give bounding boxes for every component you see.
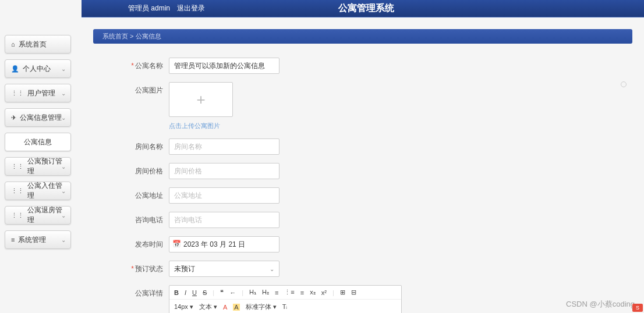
top-header: 管理员 admin 退出登录 公寓管理系统 xyxy=(82,0,644,17)
row-apt-name: *公寓名称 xyxy=(128,58,501,74)
row-book-status: *预订状态 未预订 ⌄ xyxy=(128,261,501,277)
sidebar-item-checkin[interactable]: ⋮⋮ 公寓入住管理 ⌄ xyxy=(5,182,71,200)
list-ol-icon[interactable]: ≡ xyxy=(275,289,278,296)
apt-name-input[interactable] xyxy=(169,58,279,74)
h2-icon[interactable]: H₂ xyxy=(262,289,269,296)
label-apt-addr: 公寓地址 xyxy=(128,187,169,201)
form: *公寓名称 公寓图片 + 点击上传公寓图片 房间名称 房间价格 公寓地址 xyxy=(93,58,501,313)
texttype-select[interactable]: 文本 ▾ xyxy=(199,303,217,311)
upload-image-box[interactable]: + xyxy=(169,82,233,117)
label-room-price: 房间价格 xyxy=(128,163,169,176)
clear-format-icon[interactable]: Tᵢ xyxy=(282,303,288,311)
bold-icon[interactable]: B xyxy=(174,289,179,296)
italic-icon[interactable]: I xyxy=(185,289,186,296)
label-pub-date: 发布时间 xyxy=(128,236,169,250)
grid-icon: ⋮⋮ xyxy=(11,212,24,219)
admin-label: 管理员 admin xyxy=(128,3,170,13)
label-room-name: 房间名称 xyxy=(128,138,169,152)
subscript-icon[interactable]: x₂ xyxy=(310,289,316,296)
sidebar-label: 用户管理 xyxy=(27,88,55,98)
ime-icon: S xyxy=(632,304,643,312)
row-detail: 公寓详情 B I U S | ❝ ← | H₁ H₂ ≡ ⋮≡ ≡ x₂ xyxy=(128,285,501,313)
chevron-down-icon: ⌄ xyxy=(270,266,274,272)
watermark: CSDN @小蔡coding xyxy=(566,299,635,310)
editor-toolbar: B I U S | ❝ ← | H₁ H₂ ≡ ⋮≡ ≡ x₂ x² | ⊞ xyxy=(169,286,401,300)
editor-toolbar-2: 14px ▾ 文本 ▾ A A 标准字体 ▾ Tᵢ xyxy=(169,300,401,313)
app-title: 公寓管理系统 xyxy=(205,2,632,15)
undo-icon[interactable]: ← xyxy=(229,289,236,296)
row-room-name: 房间名称 xyxy=(128,138,501,155)
sidebar-label: 公寓信息 xyxy=(24,137,52,147)
book-status-select[interactable]: 未预订 ⌄ xyxy=(169,261,279,277)
list-ul-icon[interactable]: ⋮≡ xyxy=(284,289,294,296)
fontsize-select[interactable]: 14px ▾ xyxy=(174,303,193,311)
sidebar-item-apartment-info-mgr[interactable]: ✈ 公寓信息管理 ⌄ xyxy=(5,108,71,127)
grid-icon: ⋮⋮ xyxy=(11,90,24,97)
indent-icon[interactable]: ⊞ xyxy=(340,289,345,296)
room-name-input[interactable] xyxy=(169,138,279,155)
align-icon[interactable]: ≡ xyxy=(300,289,304,296)
sidebar-item-home[interactable]: ⌂ 系统首页 xyxy=(5,35,71,54)
grid-icon: ⋮⋮ xyxy=(11,187,24,195)
chevron-down-icon: ⌄ xyxy=(61,66,66,72)
pub-date-input[interactable] xyxy=(169,236,279,252)
sidebar-label: 公寓退房管理 xyxy=(27,205,65,225)
menu-icon: ≡ xyxy=(11,236,15,243)
room-price-input[interactable] xyxy=(169,163,279,179)
row-apt-addr: 公寓地址 xyxy=(128,187,501,204)
plus-icon: + xyxy=(196,91,205,109)
sidebar-item-users[interactable]: ⋮⋮ 用户管理 ⌄ xyxy=(5,84,71,102)
h1-icon[interactable]: H₁ xyxy=(249,289,256,296)
quote-icon[interactable]: ❝ xyxy=(220,289,224,296)
chevron-down-icon: ⌄ xyxy=(61,237,66,243)
bgcolor-icon[interactable]: A xyxy=(233,304,239,311)
phone-input[interactable] xyxy=(169,212,279,228)
help-icon[interactable] xyxy=(621,81,627,87)
upload-hint[interactable]: 点击上传公寓图片 xyxy=(169,122,233,130)
sidebar: ⌂ 系统首页 👤 个人中心 ⌄ ⋮⋮ 用户管理 ⌄ ✈ 公寓信息管理 ⌄ 公寓信… xyxy=(0,29,76,255)
sidebar-label: 个人中心 xyxy=(23,64,51,74)
sidebar-label: 公寓信息管理 xyxy=(20,113,62,123)
fontfamily-select[interactable]: 标准字体 ▾ xyxy=(246,303,277,311)
sidebar-item-apartment-info[interactable]: 公寓信息 xyxy=(5,133,71,151)
strike-icon[interactable]: S xyxy=(203,289,207,296)
chevron-down-icon: ⌄ xyxy=(61,188,66,194)
sidebar-label: 系统首页 xyxy=(19,40,47,49)
sidebar-item-booking[interactable]: ⋮⋮ 公寓预订管理 ⌄ xyxy=(5,157,71,176)
sidebar-item-system[interactable]: ≡ 系统管理 ⌄ xyxy=(5,230,71,249)
apt-addr-input[interactable] xyxy=(169,187,279,204)
label-apt-name: *公寓名称 xyxy=(128,58,169,71)
chevron-down-icon: ⌄ xyxy=(61,212,66,219)
sidebar-item-profile[interactable]: 👤 个人中心 ⌄ xyxy=(5,59,71,78)
main-content: 系统首页 > 公寓信息 *公寓名称 公寓图片 + 点击上传公寓图片 房间名称 房… xyxy=(82,17,644,313)
user-icon: 👤 xyxy=(11,65,19,73)
select-value: 未预订 xyxy=(174,264,195,274)
send-icon: ✈ xyxy=(11,114,16,122)
logout-link[interactable]: 退出登录 xyxy=(177,3,205,13)
superscript-icon[interactable]: x² xyxy=(321,289,327,296)
breadcrumb: 系统首页 > 公寓信息 xyxy=(93,29,632,44)
chevron-down-icon: ⌄ xyxy=(61,163,66,170)
home-icon: ⌂ xyxy=(11,41,15,48)
label-phone: 咨询电话 xyxy=(128,212,169,225)
sidebar-item-checkout[interactable]: ⋮⋮ 公寓退房管理 ⌄ xyxy=(5,206,71,225)
grid-icon: ⋮⋮ xyxy=(11,163,24,170)
row-apt-image: 公寓图片 + 点击上传公寓图片 xyxy=(128,82,501,130)
row-pub-date: 发布时间 📅 xyxy=(128,236,501,252)
row-phone: 咨询电话 xyxy=(128,212,501,228)
label-book-status: *预订状态 xyxy=(128,261,169,274)
calendar-icon: 📅 xyxy=(172,240,181,248)
label-apt-image: 公寓图片 xyxy=(128,82,169,95)
chevron-down-icon: ⌄ xyxy=(61,90,66,97)
row-room-price: 房间价格 xyxy=(128,163,501,179)
sidebar-label: 公寓预订管理 xyxy=(27,156,65,176)
fontcolor-icon[interactable]: A xyxy=(223,304,227,311)
underline-icon[interactable]: U xyxy=(192,289,197,296)
label-detail: 公寓详情 xyxy=(128,285,169,298)
sidebar-label: 公寓入住管理 xyxy=(27,181,65,201)
chevron-down-icon: ⌄ xyxy=(61,115,66,121)
outdent-icon[interactable]: ⊟ xyxy=(351,289,356,296)
rich-editor[interactable]: B I U S | ❝ ← | H₁ H₂ ≡ ⋮≡ ≡ x₂ x² | ⊞ xyxy=(169,285,402,313)
sidebar-label: 系统管理 xyxy=(18,235,46,245)
